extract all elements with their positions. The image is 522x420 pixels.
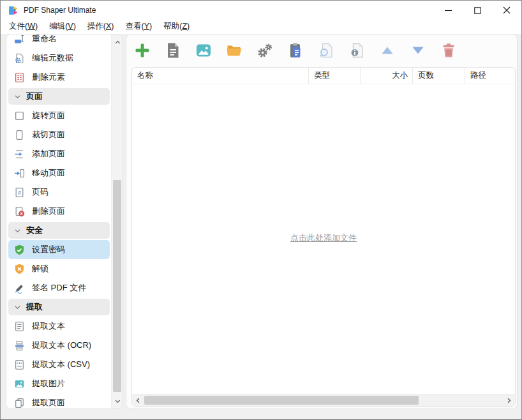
sidebar-item-set-password[interactable]: 设置密码 <box>8 240 110 259</box>
move-up-icon <box>378 41 396 59</box>
sidebar-section-chevron-down-10[interactable]: 安全 <box>8 222 110 239</box>
section-label: 页面 <box>26 91 43 102</box>
file-list-header: 名称类型大小页数路径 <box>132 68 515 84</box>
sidebar-item-remove-elements[interactable]: 删除元素 <box>8 68 110 87</box>
sidebar-item-label: 编辑元数据 <box>32 52 73 64</box>
sidebar-item-label: 提取图片 <box>32 378 65 389</box>
extract-images-icon <box>14 379 25 389</box>
sidebar-item-crop-pages[interactable]: 裁切页面 <box>8 125 110 144</box>
move-pages-icon <box>14 168 25 179</box>
sidebar-item-rotate-pages[interactable]: 旋转页面 <box>8 106 110 125</box>
extract-text-icon <box>14 321 25 332</box>
toolbar-move-down-button <box>403 37 433 64</box>
toolbar-delete-trash-button <box>433 37 464 64</box>
sidebar-item-delete-pages[interactable]: 删除页面 <box>8 202 110 221</box>
toolbar-add-image-button[interactable] <box>188 37 219 64</box>
menu-item-x[interactable]: 操作(X) <box>82 20 120 34</box>
sidebar-item-add-pages[interactable]: 添加页面 <box>8 144 110 163</box>
section-label: 提取 <box>26 301 43 313</box>
chevron-down-icon <box>13 227 22 235</box>
rename-icon <box>14 34 25 45</box>
horizontal-scrollbar-track[interactable] <box>144 394 503 406</box>
sidebar-item-extract-pages[interactable]: 提取页面 <box>8 393 110 409</box>
section-label: 安全 <box>26 225 43 236</box>
file-list[interactable]: 名称类型大小页数路径 点击此处添加文件 <box>131 67 516 407</box>
svg-text:#: # <box>18 189 21 195</box>
menu-item-v[interactable]: 编辑(V) <box>43 20 82 34</box>
set-password-icon <box>14 244 25 255</box>
scroll-right-icon[interactable] <box>503 394 515 406</box>
menu-item-w[interactable]: 文件(W) <box>3 20 43 34</box>
title-bar: PDF Shaper Ultimate <box>1 1 521 20</box>
toolbar-preview-magnifier-button <box>311 37 341 64</box>
toolbar-options-gears-button[interactable] <box>250 37 280 64</box>
sidebar-item-extract-text-ocr[interactable]: 提取文本 (OCR) <box>8 336 110 355</box>
add-document-icon <box>164 41 182 59</box>
horizontal-scrollbar-thumb[interactable] <box>144 396 419 405</box>
add-plus-icon <box>133 41 151 59</box>
sidebar-item-label: 页码 <box>32 186 48 198</box>
preview-magnifier-icon <box>317 41 335 59</box>
app-logo-icon <box>8 5 19 16</box>
remove-elements-icon <box>14 72 25 83</box>
sidebar-scrollbar-thumb[interactable] <box>113 180 121 392</box>
column-header-4[interactable]: 页数 <box>413 68 465 84</box>
menu-item-y[interactable]: 查看(Y) <box>120 20 158 34</box>
sidebar-item-label: 解锁 <box>32 263 48 274</box>
app-window: PDF Shaper Ultimate 文件(W)编辑(V)操作(X)查看(Y)… <box>0 0 522 420</box>
sidebar-item-label: 裁切页面 <box>32 129 65 140</box>
sidebar-item-edit-metadata[interactable]: 编辑元数据 <box>8 49 110 68</box>
maximize-button[interactable] <box>463 1 492 20</box>
sidebar-item-extract-images[interactable]: 提取图片 <box>8 374 110 393</box>
horizontal-scrollbar[interactable] <box>132 394 515 406</box>
chevron-down-icon <box>13 93 22 101</box>
scroll-up-icon[interactable] <box>112 36 123 49</box>
sidebar-section-chevron-down-14[interactable]: 提取 <box>8 299 110 315</box>
column-header-5[interactable]: 路径 <box>465 68 515 84</box>
column-header-3[interactable]: 大小 <box>361 68 413 84</box>
sidebar-item-label: 重命名 <box>32 34 57 45</box>
options-gears-icon <box>256 41 274 59</box>
sidebar-section-chevron-down-3[interactable]: 页面 <box>8 88 110 105</box>
column-header-1[interactable]: 名称 <box>132 68 309 84</box>
add-files-link[interactable]: 点击此处添加文件 <box>132 232 515 244</box>
sidebar-item-sign-pdf[interactable]: 签名 PDF 文件 <box>8 278 110 297</box>
sidebar-scrollbar[interactable] <box>111 34 123 409</box>
close-button[interactable] <box>492 1 521 20</box>
window-controls <box>433 1 521 20</box>
sidebar-item-page-numbers[interactable]: #页码 <box>8 183 110 202</box>
sidebar-item-label: 添加页面 <box>32 148 65 160</box>
sidebar-item-label: 提取文本 (OCR) <box>32 340 91 351</box>
sidebar-item-label: 删除元素 <box>32 71 65 83</box>
scroll-down-icon[interactable] <box>112 394 123 407</box>
sidebar-item-extract-text-csv[interactable]: 提取文本 (CSV) <box>8 355 110 374</box>
scroll-left-icon[interactable] <box>132 394 144 406</box>
sidebar-item-rename[interactable]: 重命名 <box>8 34 110 49</box>
menu-item-z[interactable]: 帮助(Z) <box>158 20 195 34</box>
sidebar-item-label: 设置密码 <box>32 244 65 255</box>
sidebar: 重命名编辑元数据删除元素页面旋转页面裁切页面添加页面移动页面#页码删除页面安全设… <box>6 34 123 409</box>
rotate-pages-icon <box>14 110 25 121</box>
menu-bar: 文件(W)编辑(V)操作(X)查看(Y)帮助(Z) <box>1 20 521 34</box>
sidebar-item-label: 提取文本 (CSV) <box>32 359 90 370</box>
sidebar-item-unlock[interactable]: 解锁 <box>8 259 110 278</box>
open-folder-icon <box>225 41 243 59</box>
sidebar-item-label: 旋转页面 <box>32 110 65 121</box>
sidebar-item-label: 移动页面 <box>32 167 65 179</box>
workspace: 重命名编辑元数据删除元素页面旋转页面裁切页面添加页面移动页面#页码删除页面安全设… <box>1 34 521 419</box>
window-title: PDF Shaper Ultimate <box>24 6 96 15</box>
delete-pages-icon <box>14 206 25 217</box>
minimize-button[interactable] <box>433 1 463 20</box>
toolbar-paste-clipboard-button[interactable] <box>280 37 311 64</box>
toolbar-file-info-button <box>341 37 372 64</box>
move-down-icon <box>409 41 427 59</box>
main-panel: 名称类型大小页数路径 点击此处添加文件 <box>126 34 518 409</box>
toolbar-add-document-button[interactable] <box>158 37 188 64</box>
sidebar-item-extract-text[interactable]: 提取文本 <box>8 317 110 336</box>
toolbar-add-plus-button[interactable] <box>127 37 158 64</box>
page-numbers-icon: # <box>14 187 25 198</box>
sidebar-item-move-pages[interactable]: 移动页面 <box>8 163 110 183</box>
column-header-2[interactable]: 类型 <box>309 68 361 84</box>
toolbar-open-folder-button[interactable] <box>219 37 250 64</box>
unlock-icon <box>14 264 25 274</box>
